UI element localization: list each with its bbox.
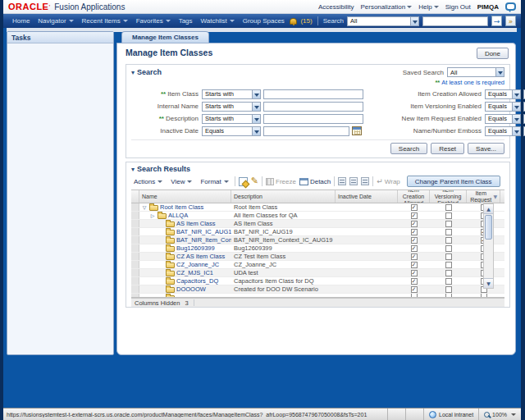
item-class-link[interactable]: CZ AS Item Class bbox=[176, 253, 225, 260]
change-parent-item-class-button[interactable]: Change Parent Item Class bbox=[407, 176, 500, 187]
search-button[interactable]: Search bbox=[390, 143, 427, 154]
global-search-input[interactable] bbox=[422, 16, 488, 26]
column-header-item-versioning[interactable]: Item Versioning Enabled bbox=[430, 190, 467, 203]
tab-manage-item-classes[interactable]: Manage Item Classes bbox=[121, 31, 209, 43]
table-row[interactable]: CZ_MJS_IC1 UDA test ✓ bbox=[131, 269, 504, 277]
global-search-scope-select[interactable]: All bbox=[347, 16, 419, 26]
table-vertical-scrollbar[interactable]: ▲ ▼ bbox=[483, 203, 494, 289]
table-row[interactable]: AS Item Class AS Item Class ✓ bbox=[131, 220, 504, 228]
item-creation-operator-select[interactable]: Equals bbox=[485, 89, 521, 99]
reset-button[interactable]: Reset bbox=[431, 143, 464, 154]
item-creation-checkbox[interactable]: ✓ bbox=[411, 204, 418, 211]
item-creation-checkbox[interactable]: ✓ bbox=[411, 221, 418, 227]
item-versioning-checkbox[interactable] bbox=[445, 212, 452, 219]
saved-search-select[interactable]: All bbox=[447, 67, 504, 77]
item-versioning-checkbox[interactable] bbox=[445, 245, 452, 252]
nav-watchlist[interactable]: Watchlist bbox=[197, 17, 239, 25]
item-creation-checkbox[interactable]: ✓ bbox=[411, 278, 418, 285]
go-to-top-icon[interactable] bbox=[349, 177, 358, 185]
item-class-link[interactable]: DOOOOW bbox=[176, 285, 206, 293]
item-class-link[interactable]: Capacitors_DQ bbox=[176, 277, 218, 285]
new-item-request-checkbox[interactable] bbox=[481, 294, 487, 297]
nav-tags[interactable]: Tags bbox=[175, 17, 197, 25]
detach-button[interactable]: Detach bbox=[299, 178, 331, 185]
nav-navigator[interactable]: Navigator bbox=[34, 17, 77, 25]
new-item-request-operator-select[interactable]: Equals bbox=[485, 114, 521, 124]
item-creation-checkbox[interactable]: ✓ bbox=[411, 270, 418, 276]
item-creation-checkbox[interactable]: ✓ bbox=[411, 237, 418, 244]
item-versioning-checkbox[interactable] bbox=[445, 286, 452, 293]
item-versioning-checkbox[interactable] bbox=[445, 204, 452, 211]
table-row[interactable]: Bug12609399 Bug12609399 ✓ bbox=[131, 244, 504, 253]
item-versioning-checkbox[interactable] bbox=[445, 253, 452, 260]
item-versioning-operator-select[interactable]: Equals bbox=[485, 102, 521, 112]
emboss-operator-select[interactable]: Equals bbox=[485, 126, 521, 136]
item-creation-checkbox[interactable]: ✓ bbox=[411, 262, 418, 268]
disclosure-icon[interactable]: ▾ bbox=[131, 69, 135, 76]
row-selector[interactable] bbox=[131, 244, 139, 252]
table-row[interactable]: Capacitors_DQ Capacitors Item Class for … bbox=[131, 277, 504, 285]
go-up-icon[interactable] bbox=[338, 177, 346, 185]
column-header-name[interactable]: Name bbox=[139, 190, 231, 203]
search-go-button[interactable]: → bbox=[491, 16, 502, 26]
table-row[interactable] bbox=[131, 294, 504, 297]
disclosure-icon[interactable]: ▾ bbox=[131, 166, 135, 173]
description-operator-select[interactable]: Starts with bbox=[202, 114, 261, 124]
format-menu[interactable]: Format bbox=[198, 178, 231, 185]
actions-menu[interactable]: Actions bbox=[131, 178, 165, 185]
notifications-bell-icon[interactable] bbox=[290, 18, 297, 25]
chat-icon[interactable] bbox=[505, 2, 516, 11]
item-class-link[interactable]: BAT_NIR_Item_Context_IC_AUG19 bbox=[176, 236, 231, 244]
sort-descending-icon[interactable]: ▼ bbox=[493, 194, 497, 200]
nav-home[interactable]: Home bbox=[8, 17, 34, 25]
calendar-icon[interactable] bbox=[352, 126, 362, 135]
view-menu[interactable]: View bbox=[168, 178, 194, 185]
item-class-link[interactable]: CZ_Joanne_JC bbox=[176, 261, 219, 268]
expand-toggle-icon[interactable]: ▽ bbox=[141, 204, 148, 210]
row-selector[interactable] bbox=[131, 261, 139, 268]
item-creation-checkbox[interactable]: ✓ bbox=[411, 286, 418, 293]
item-creation-checkbox[interactable] bbox=[411, 294, 418, 297]
item-versioning-checkbox[interactable] bbox=[445, 221, 452, 227]
internal-name-operator-select[interactable]: Starts with bbox=[202, 102, 261, 112]
item-versioning-checkbox[interactable] bbox=[445, 294, 452, 297]
row-selector[interactable] bbox=[131, 285, 139, 293]
scrollbar-thumb[interactable] bbox=[485, 215, 492, 240]
nav-group-spaces[interactable]: Group Spaces bbox=[239, 17, 289, 25]
item-class-link[interactable]: AS Item Class bbox=[176, 220, 216, 227]
inactive-date-input[interactable] bbox=[263, 126, 349, 136]
advanced-search-button[interactable]: » bbox=[505, 16, 516, 26]
row-selector[interactable] bbox=[131, 228, 139, 235]
column-header-item-creation[interactable]: Item Creation Allowed bbox=[398, 190, 430, 203]
item-creation-checkbox[interactable]: ✓ bbox=[411, 229, 418, 235]
item-versioning-checkbox[interactable] bbox=[445, 262, 452, 268]
table-row[interactable]: DOOOOW Created for DOO DW Scenario ✓ bbox=[131, 285, 504, 294]
notification-count[interactable]: (15) bbox=[300, 17, 312, 25]
row-selector[interactable] bbox=[131, 277, 139, 285]
scroll-up-icon[interactable]: ▲ bbox=[484, 204, 493, 214]
sign-out-link[interactable]: Sign Out bbox=[445, 3, 471, 11]
table-row[interactable]: CZ AS Item Class CZ Test Item Class ✓ bbox=[131, 253, 504, 261]
item-class-link[interactable]: ALLQA bbox=[168, 212, 188, 219]
expand-toggle-icon[interactable]: ▷ bbox=[149, 212, 156, 218]
nav-recent-items[interactable]: Recent Items bbox=[78, 17, 132, 25]
table-row[interactable]: ▽ Root Item Class Root Item Class ✓ bbox=[131, 203, 504, 212]
item-class-link[interactable]: Bug12609399 bbox=[176, 244, 215, 252]
item-versioning-checkbox[interactable] bbox=[445, 229, 452, 235]
item-versioning-checkbox[interactable] bbox=[445, 270, 452, 276]
item-versioning-checkbox[interactable] bbox=[445, 237, 452, 244]
item-creation-checkbox[interactable]: ✓ bbox=[411, 245, 418, 252]
accessibility-link[interactable]: Accessibility bbox=[318, 3, 354, 11]
row-selector[interactable] bbox=[131, 253, 139, 260]
item-class-link[interactable]: BAT_NIR_IC_AUG19 bbox=[176, 228, 231, 235]
row-selector[interactable] bbox=[131, 212, 139, 219]
item-class-link[interactable]: Root Item Class bbox=[160, 203, 203, 211]
scroll-down-icon[interactable]: ▼ bbox=[484, 278, 493, 288]
internal-name-input[interactable] bbox=[263, 102, 363, 112]
item-class-operator-select[interactable]: Starts with bbox=[202, 89, 261, 99]
row-selector[interactable] bbox=[131, 236, 139, 244]
help-menu[interactable]: Help bbox=[418, 3, 438, 11]
zoom-control[interactable]: 100% bbox=[478, 409, 521, 420]
description-input[interactable] bbox=[263, 114, 363, 124]
table-row[interactable]: ▷ ALLQA All Item Classes for QA ✓ bbox=[131, 212, 504, 220]
